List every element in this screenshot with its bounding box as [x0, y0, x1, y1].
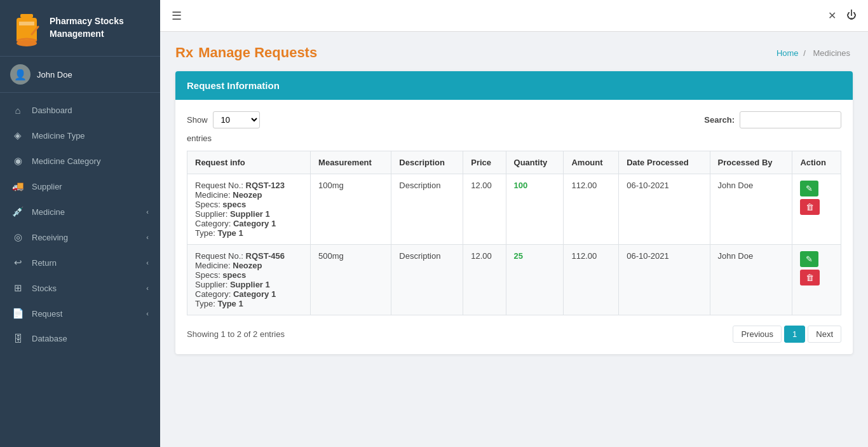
category-label: Category: [195, 219, 233, 228]
request-no: RQST-456 [246, 251, 285, 261]
stocks-icon: ⊞ [11, 282, 24, 294]
pagination: Previous 1 Next [733, 326, 841, 343]
col-measurement: Measurement [311, 151, 391, 174]
app-name: Pharmacy Stocks Management [50, 15, 124, 40]
delete-button[interactable]: 🗑 [800, 199, 820, 215]
show-label: Show [187, 115, 208, 125]
receiving-icon: ◎ [11, 231, 24, 243]
request-icon: 📄 [11, 308, 24, 319]
request-no-label: Request No.: [195, 251, 246, 261]
cell-action: ✎ 🗑 [792, 245, 841, 315]
specs-value: specs [222, 270, 246, 280]
sidebar-item-dashboard[interactable]: ⌂ Dashboard [0, 98, 160, 123]
request-info-card: Request Information Show 10 25 50 100 [175, 71, 853, 354]
sidebar-item-label: Receiving [32, 233, 139, 242]
supplier-value: Supplier 1 [230, 280, 270, 289]
table-row: Request No.: RQST-123 Medicine: Neozep S… [187, 174, 841, 245]
sidebar-item-label: Medicine Type [32, 131, 149, 141]
sidebar-item-label: Database [32, 334, 149, 343]
menu-toggle-button[interactable]: ☰ [172, 9, 182, 23]
cell-action: ✎ 🗑 [792, 174, 841, 245]
svg-point-3 [17, 40, 37, 46]
table-controls: Show 10 25 50 100 entries Search: [187, 111, 841, 143]
request-no-label: Request No.: [195, 181, 246, 190]
previous-button[interactable]: Previous [733, 326, 782, 343]
svg-rect-2 [19, 22, 34, 25]
request-no: RQST-123 [246, 181, 285, 190]
delete-button[interactable]: 🗑 [800, 270, 820, 285]
specs-value: specs [222, 200, 246, 209]
sidebar-item-medicine[interactable]: 💉 Medicine ‹ [0, 199, 160, 224]
cell-date-processed: 06-10-2021 [619, 245, 710, 315]
cell-amount: 112.00 [564, 245, 619, 315]
medicine-icon: 💉 [11, 206, 24, 217]
specs-label: Specs: [195, 270, 222, 280]
power-icon[interactable]: ⏻ [846, 10, 857, 22]
settings-icon[interactable]: ✕ [828, 10, 836, 22]
medicine-name: Neozep [233, 261, 262, 270]
sidebar-item-medicine-type[interactable]: ◈ Medicine Type [0, 123, 160, 148]
breadcrumb-separator: / [803, 48, 806, 58]
category-label: Category: [195, 289, 233, 299]
show-entries: Show 10 25 50 100 [187, 111, 260, 128]
search-label: Search: [704, 115, 735, 125]
card-header: Request Information [175, 71, 853, 100]
topbar-actions: ✕ ⏻ [828, 10, 857, 22]
dashboard-icon: ⌂ [11, 105, 24, 116]
sidebar-item-request[interactable]: 📄 Request ‹ [0, 301, 160, 326]
sidebar-item-label: Dashboard [32, 106, 149, 115]
sidebar-item-label: Supplier [32, 182, 149, 191]
chevron-icon: ‹ [146, 310, 149, 317]
cell-description: Description [391, 174, 463, 245]
edit-button[interactable]: ✎ [800, 181, 818, 196]
type-label: Type: [195, 299, 217, 308]
sidebar-item-database[interactable]: 🗄 Database [0, 326, 160, 351]
main-wrapper: ☰ ✕ ⏻ Rx Manage Requests Home / Medicine… [160, 0, 868, 447]
supplier-icon: 🚚 [11, 181, 24, 192]
type-value: Type 1 [217, 299, 243, 308]
sidebar-item-label: Return [32, 258, 139, 268]
type-value: Type 1 [217, 228, 243, 238]
search-box: Search: [704, 111, 841, 128]
entries-label: entries [187, 134, 260, 143]
chevron-icon: ‹ [146, 284, 149, 292]
card-body: Show 10 25 50 100 entries Search: [175, 100, 853, 354]
return-icon: ↩ [11, 257, 24, 268]
requests-table: Request info Measurement Description Pri… [187, 151, 841, 315]
breadcrumb: Home / Medicines [776, 48, 853, 58]
cell-description: Description [391, 245, 463, 315]
chevron-icon: ‹ [146, 259, 149, 266]
topbar: ☰ ✕ ⏻ [160, 0, 868, 32]
cell-price: 12.00 [463, 245, 506, 315]
col-processed-by: Processed By [710, 151, 792, 174]
cell-date-processed: 06-10-2021 [619, 174, 710, 245]
sidebar-item-receiving[interactable]: ◎ Receiving ‹ [0, 224, 160, 250]
page-1-button[interactable]: 1 [784, 326, 805, 343]
sidebar-item-medicine-category[interactable]: ◉ Medicine Category [0, 148, 160, 174]
cell-quantity: 25 [506, 245, 564, 315]
cell-quantity: 100 [506, 174, 564, 245]
content-area: Rx Manage Requests Home / Medicines Requ… [160, 32, 868, 447]
supplier-value: Supplier 1 [230, 209, 270, 219]
edit-button[interactable]: ✎ [800, 251, 818, 267]
col-description: Description [391, 151, 463, 174]
page-header: Rx Manage Requests Home / Medicines [175, 45, 853, 61]
sidebar-item-return[interactable]: ↩ Return ‹ [0, 250, 160, 275]
medicine-label: Medicine: [195, 190, 233, 200]
category-value: Category 1 [233, 289, 276, 299]
supplier-label: Supplier: [195, 280, 230, 289]
sidebar-item-supplier[interactable]: 🚚 Supplier [0, 174, 160, 199]
database-icon: 🗄 [11, 333, 24, 344]
sidebar-item-label: Stocks [32, 284, 139, 293]
pagination-row: Showing 1 to 2 of 2 entries Previous 1 N… [187, 326, 841, 343]
breadcrumb-home[interactable]: Home [776, 48, 799, 58]
breadcrumb-current: Medicines [813, 48, 850, 58]
show-entries-select[interactable]: 10 25 50 100 [213, 111, 260, 128]
table-row: Request No.: RQST-456 Medicine: Neozep S… [187, 245, 841, 315]
next-button[interactable]: Next [808, 326, 841, 343]
search-input[interactable] [740, 111, 841, 128]
sidebar-item-stocks[interactable]: ⊞ Stocks ‹ [0, 275, 160, 301]
col-amount: Amount [564, 151, 619, 174]
col-action: Action [792, 151, 841, 174]
user-name: John Doe [37, 70, 72, 79]
